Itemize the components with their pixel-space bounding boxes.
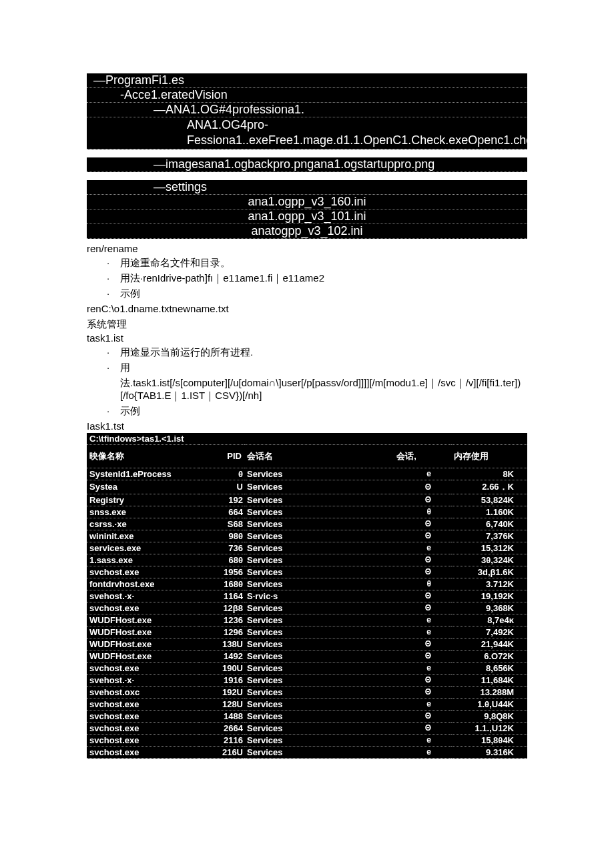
cell-pid: 216U [199, 746, 244, 758]
cell-snum: Θ [362, 518, 451, 530]
header-row: 映像名称 PID 会话名 会话, 内存使用 [87, 444, 527, 468]
cell-img: SystenId1.eProcess [87, 468, 199, 480]
cell-mem: 15,8θ4K [451, 734, 527, 746]
cell-sess: Services [244, 518, 362, 530]
cell-pid: 2664 [199, 722, 244, 734]
cell-snum: е [362, 698, 451, 710]
cell-mem: 6,740K [451, 518, 527, 530]
cell-img: fontdrvhost.exe [87, 578, 199, 590]
cell-pid: 2116 [199, 734, 244, 746]
cell-mem: 9,8Q8K [451, 710, 527, 722]
cell-pid: 98θ [199, 530, 244, 542]
cell-snum: Θ [362, 566, 451, 578]
tree-level-4-files: ANA1.OG4pro-Fessiona1..exeFree1.mage.d1.… [87, 117, 527, 149]
cell-snum: θ [362, 578, 451, 590]
cell-sess: Services [244, 638, 362, 650]
cell-sess: Services [244, 710, 362, 722]
col-sess-header: 会话名 [244, 444, 362, 468]
cell-snum: Θ [362, 638, 451, 650]
cell-snum: е [362, 542, 451, 554]
cell-img: csrss.·xe [87, 518, 199, 530]
cell-sess: Services [244, 468, 362, 480]
cell-sess: Services [244, 650, 362, 662]
cell-img: wininit.exe [87, 530, 199, 542]
ren-title: ren/rename [87, 243, 527, 254]
cell-mem: 21,944K [451, 638, 527, 650]
table-row: SysteaUServicesΘ2.66．K [87, 480, 527, 494]
cell-snum: Θ [362, 590, 451, 602]
cell-snum: Θ [362, 494, 451, 506]
table-row: WUDFHost.exe1236Servicesе8,7e4ĸ [87, 614, 527, 626]
table-row: svchost.exe12β8ServicesΘ9,368K [87, 602, 527, 614]
cell-img: Registry [87, 494, 199, 506]
cell-img: svehost.oxc [87, 686, 199, 698]
cell-img: svchost.exe [87, 734, 199, 746]
settings-file: ana1.ogpp_v3_101.ini [87, 209, 527, 224]
cell-snum: Θ [362, 674, 451, 686]
document-page: —ProgramFi1.es -Acce1.eratedVision —ANA1… [0, 0, 614, 792]
cell-img: services.exe [87, 542, 199, 554]
table-row: WUDFHost.exe138UServicesΘ21,944K [87, 638, 527, 650]
table-row: svchost.exe1956ServicesΘ3d,β1.6K [87, 566, 527, 578]
task-example: Iask1.tst [87, 420, 527, 432]
bullet-text: 示例 [120, 405, 140, 416]
cell-img: svehost.·x· [87, 590, 199, 602]
cell-sess: Services [244, 566, 362, 578]
cell-sess: Services [244, 542, 362, 554]
table-row: svchost.exe1488ServicesΘ9,8Q8K [87, 710, 527, 722]
cell-snum: е [362, 662, 451, 674]
table-row: svchost.exe2664ServicesΘ1.1.,U12K [87, 722, 527, 734]
cell-img: WUDFHost.exe [87, 614, 199, 626]
table-row: csrss.·xeS68ServicesΘ6,740K [87, 518, 527, 530]
prompt-row: C:\tfindows>tas1.<1.ist [87, 433, 527, 445]
cell-mem: 8,7e4ĸ [451, 614, 527, 626]
table-row: svehost.oxc192UServicesΘ13.288M [87, 686, 527, 698]
bullet-text: 用法·renIdrive-path]fı｜e11ame1.fi｜e11ame2 [120, 272, 324, 284]
table-row: WUDFHost.exe1492ServicesΘ6.O72K [87, 650, 527, 662]
cell-pid: 190U [199, 662, 244, 674]
cell-sess: Services [244, 530, 362, 542]
table-row: svchost.exe216UServicesе9.316K [87, 746, 527, 758]
cell-mem: 7,376K [451, 530, 527, 542]
cell-img: Systea [87, 480, 199, 494]
table-row: wininit.exe98θServicesΘ7,376K [87, 530, 527, 542]
table-row: SystenId1.eProcessθServicesе8K [87, 468, 527, 480]
cell-snum: Θ [362, 710, 451, 722]
cell-snum: е [362, 614, 451, 626]
cell-snum: Θ [362, 554, 451, 566]
cell-img: svehost.·x· [87, 674, 199, 686]
cell-pid: 1916 [199, 674, 244, 686]
cell-pid: 1492 [199, 650, 244, 662]
cell-img: svchost.exe [87, 566, 199, 578]
cell-sess: Services [244, 494, 362, 506]
cell-snum: Θ [362, 722, 451, 734]
cell-mem: 7,492K [451, 626, 527, 638]
cell-img: svchost.exe [87, 722, 199, 734]
cell-sess: Services [244, 506, 362, 518]
cell-snum: е [362, 626, 451, 638]
bullet-text: 用 [120, 362, 130, 373]
cell-img: svchost.exe [87, 662, 199, 674]
cell-pid: 192 [199, 494, 244, 506]
cell-pid: 1296 [199, 626, 244, 638]
task-bullets: ·用途显示当前运行的所有进程. ·用 法.task1.ist[/s[comput… [107, 346, 527, 418]
cell-mem: 1.θ,U44K [451, 698, 527, 710]
ren-example: renC:\o1.dname.txtnewname.txt [87, 303, 527, 314]
tasklist-table: C:\tfindows>tas1.<1.ist 映像名称 PID 会话名 会话,… [87, 433, 527, 759]
tree-settings: —settings [87, 180, 527, 195]
col-pid-header: PID [199, 444, 244, 468]
cell-sess: Services [244, 674, 362, 686]
cell-snum: Θ [362, 650, 451, 662]
table-row: svchost.exe128UServicesе1.θ,U44K [87, 698, 527, 710]
cell-pid: U [199, 480, 244, 494]
table-row: svchost.exe2116Servicesе15,8θ4K [87, 734, 527, 746]
cell-sess: Services [244, 480, 362, 494]
table-row: svehost.·x·1916ServicesΘ11,684K [87, 674, 527, 686]
cell-pid: S68 [199, 518, 244, 530]
cell-pid: 68θ [199, 554, 244, 566]
table-row: Registry192ServicesΘ53,824K [87, 494, 527, 506]
cell-pid: 12β8 [199, 602, 244, 614]
cell-img: svchost.exe [87, 710, 199, 722]
col-mem-header: 内存使用 [451, 444, 527, 468]
tree-level-3: —ANA1.OG#4professiona1. [87, 103, 527, 117]
